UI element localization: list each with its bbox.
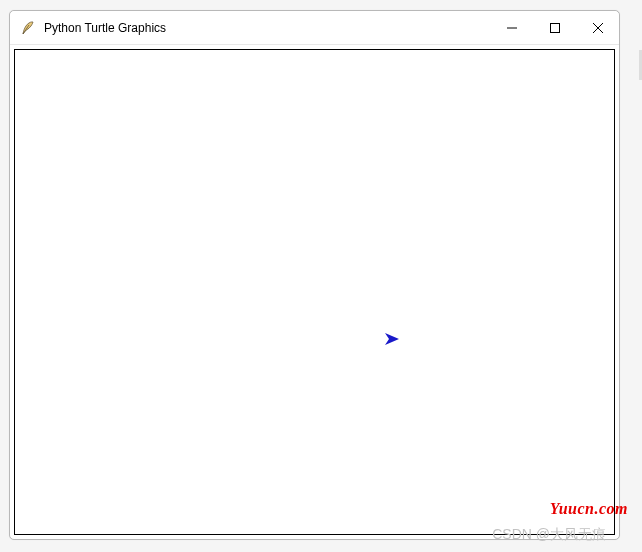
watermark-gray: CSDN @大风无痕 (492, 526, 606, 544)
titlebar[interactable]: Python Turtle Graphics (10, 11, 619, 45)
window-controls (490, 11, 619, 44)
svg-marker-4 (385, 333, 399, 345)
turtle-cursor (385, 332, 401, 350)
feather-icon (20, 20, 36, 36)
svg-rect-1 (550, 23, 559, 32)
maximize-icon (550, 23, 560, 33)
turtle-canvas (14, 49, 615, 535)
minimize-button[interactable] (490, 11, 533, 44)
close-button[interactable] (576, 11, 619, 44)
watermark-red: Yuucn.com (550, 500, 628, 518)
application-window: Python Turtle Graphics (9, 10, 620, 540)
maximize-button[interactable] (533, 11, 576, 44)
window-title: Python Turtle Graphics (44, 21, 490, 35)
minimize-icon (507, 23, 517, 33)
close-icon (593, 23, 603, 33)
